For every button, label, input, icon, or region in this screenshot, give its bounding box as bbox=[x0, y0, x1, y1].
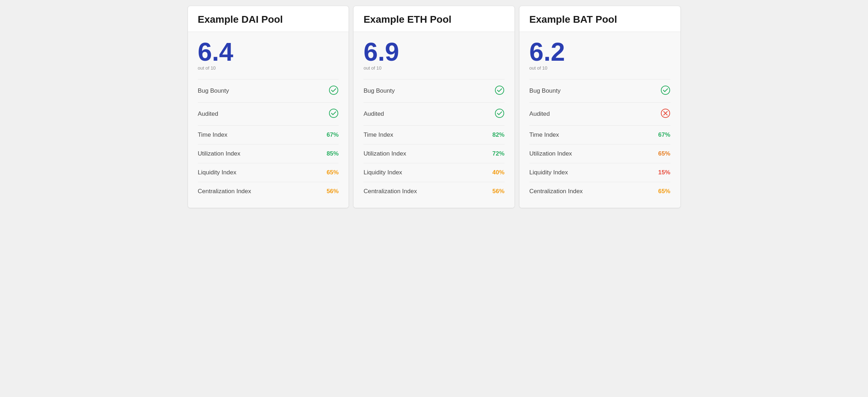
card-title: Example ETH Pool bbox=[363, 14, 505, 25]
metric-label: Liquidity Index bbox=[529, 169, 568, 176]
card-dai-pool: Example DAI Pool 6.4 out of 10 Bug Bount… bbox=[188, 6, 349, 208]
metric-label: Centralization Index bbox=[198, 188, 251, 195]
score-section: 6.2 out of 10 bbox=[529, 39, 670, 71]
card-header: Example ETH Pool bbox=[354, 6, 514, 32]
metric-value-2: 67% bbox=[327, 131, 339, 138]
card-body: 6.2 out of 10 Bug Bounty Audited Time In… bbox=[519, 32, 680, 208]
metrics-list: Bug Bounty Audited Time Index 82% Utiliz… bbox=[363, 79, 505, 201]
metric-label: Utilization Index bbox=[198, 150, 241, 157]
metric-item: Centralization Index 56% bbox=[198, 182, 339, 201]
metric-label: Bug Bounty bbox=[198, 87, 229, 94]
metric-item: Bug Bounty bbox=[363, 79, 505, 102]
metric-label: Liquidity Index bbox=[363, 169, 402, 176]
metric-value-4: 15% bbox=[658, 169, 670, 176]
metric-value-3: 65% bbox=[658, 150, 670, 157]
metric-label: Bug Bounty bbox=[529, 87, 561, 94]
metric-item: Utilization Index 85% bbox=[198, 144, 339, 163]
score-label: out of 10 bbox=[363, 65, 505, 71]
card-bat-pool: Example BAT Pool 6.2 out of 10 Bug Bount… bbox=[519, 6, 681, 208]
metric-item: Time Index 67% bbox=[529, 125, 670, 144]
metric-item: Utilization Index 72% bbox=[363, 144, 505, 163]
metric-value-3: 85% bbox=[327, 150, 339, 157]
metric-value-2: 67% bbox=[658, 131, 670, 138]
score-value: 6.2 bbox=[529, 39, 670, 65]
metric-item: Centralization Index 56% bbox=[363, 182, 505, 201]
metric-label: Time Index bbox=[529, 131, 559, 138]
metric-label: Audited bbox=[363, 110, 384, 118]
svg-point-1 bbox=[329, 109, 338, 118]
metric-value-3: 72% bbox=[492, 150, 505, 157]
card-body: 6.9 out of 10 Bug Bounty Audited Time In… bbox=[354, 32, 514, 208]
metric-item: Bug Bounty bbox=[198, 79, 339, 102]
metric-label: Utilization Index bbox=[363, 150, 406, 157]
metric-label: Time Index bbox=[198, 131, 227, 138]
metric-item: Audited bbox=[529, 102, 670, 125]
metric-value-5: 56% bbox=[492, 188, 505, 195]
svg-point-2 bbox=[495, 86, 504, 94]
score-value: 6.9 bbox=[363, 39, 505, 65]
metric-label: Utilization Index bbox=[529, 150, 572, 157]
metric-label: Centralization Index bbox=[529, 188, 583, 195]
card-header: Example BAT Pool bbox=[519, 6, 680, 32]
metric-item: Utilization Index 65% bbox=[529, 144, 670, 163]
score-value: 6.4 bbox=[198, 39, 339, 65]
metrics-list: Bug Bounty Audited Time Index 67% Utiliz… bbox=[529, 79, 670, 201]
card-title: Example DAI Pool bbox=[198, 14, 339, 25]
metric-value-4: 40% bbox=[492, 169, 505, 176]
metric-label: Centralization Index bbox=[363, 188, 417, 195]
metric-item: Time Index 82% bbox=[363, 125, 505, 144]
score-label: out of 10 bbox=[529, 65, 670, 71]
check-icon-1 bbox=[495, 108, 505, 120]
card-body: 6.4 out of 10 Bug Bounty Audited Time In… bbox=[188, 32, 349, 208]
cards-container: Example DAI Pool 6.4 out of 10 Bug Bount… bbox=[185, 4, 683, 210]
check-icon-0 bbox=[661, 85, 670, 97]
card-header: Example DAI Pool bbox=[188, 6, 349, 32]
metric-label: Liquidity Index bbox=[198, 169, 237, 176]
metric-item: Liquidity Index 65% bbox=[198, 163, 339, 182]
svg-point-0 bbox=[329, 86, 338, 94]
check-icon-1 bbox=[329, 108, 339, 120]
svg-point-3 bbox=[495, 109, 504, 118]
metric-value-4: 65% bbox=[327, 169, 339, 176]
metric-item: Liquidity Index 15% bbox=[529, 163, 670, 182]
metric-item: Bug Bounty bbox=[529, 79, 670, 102]
metric-item: Time Index 67% bbox=[198, 125, 339, 144]
check-icon-0 bbox=[329, 85, 339, 97]
metric-label: Time Index bbox=[363, 131, 393, 138]
card-title: Example BAT Pool bbox=[529, 14, 670, 25]
metric-item: Audited bbox=[363, 102, 505, 125]
metric-value-5: 56% bbox=[327, 188, 339, 195]
metric-item: Liquidity Index 40% bbox=[363, 163, 505, 182]
metric-value-2: 82% bbox=[492, 131, 505, 138]
card-eth-pool: Example ETH Pool 6.9 out of 10 Bug Bount… bbox=[353, 6, 515, 208]
metric-value-5: 65% bbox=[658, 188, 670, 195]
metric-item: Centralization Index 65% bbox=[529, 182, 670, 201]
metric-label: Audited bbox=[198, 110, 219, 118]
check-icon-0 bbox=[495, 85, 505, 97]
metrics-list: Bug Bounty Audited Time Index 67% Utiliz… bbox=[198, 79, 339, 201]
svg-point-4 bbox=[661, 86, 670, 94]
score-section: 6.9 out of 10 bbox=[363, 39, 505, 71]
metric-label: Bug Bounty bbox=[363, 87, 395, 94]
score-label: out of 10 bbox=[198, 65, 339, 71]
metric-item: Audited bbox=[198, 102, 339, 125]
metric-label: Audited bbox=[529, 110, 550, 118]
check-icon-1 bbox=[661, 108, 670, 120]
score-section: 6.4 out of 10 bbox=[198, 39, 339, 71]
